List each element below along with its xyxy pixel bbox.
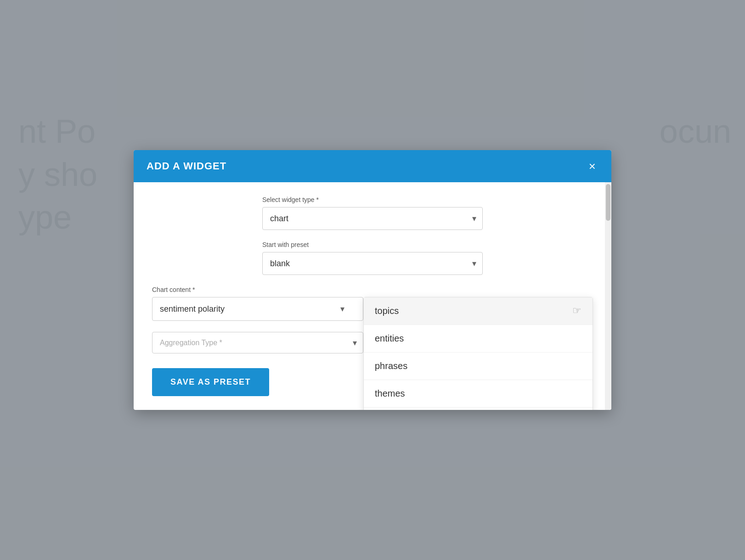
modal: ADD A WIDGET × Select widget type * char… <box>134 150 611 410</box>
widget-type-label: Select widget type * <box>262 196 593 203</box>
dropdown-item-topics[interactable]: topics ☞ <box>364 297 593 325</box>
chart-content-label: Chart content * <box>152 286 593 293</box>
preset-select-wrapper: blank ▾ <box>262 252 483 275</box>
scrollbar-thumb[interactable] <box>606 184 610 221</box>
save-as-preset-button[interactable]: SAVE AS PRESET <box>152 368 269 396</box>
chart-content-select[interactable]: sentiment polarity ▾ <box>152 297 363 321</box>
scrollbar-track[interactable] <box>605 182 611 410</box>
close-button[interactable]: × <box>586 159 598 173</box>
preset-select[interactable]: blank <box>262 252 483 275</box>
aggregation-type-select[interactable]: Aggregation Type * <box>152 332 363 353</box>
chart-content-dropdown: topics ☞ entities phrases themes <box>363 297 593 410</box>
chart-content-select-wrapper: sentiment polarity ▾ <box>152 297 363 321</box>
dropdown-item-phrases[interactable]: phrases <box>364 353 593 380</box>
widget-type-group: Select widget type * chart ▾ <box>262 196 593 230</box>
chart-content-value: sentiment polarity <box>160 304 225 314</box>
preset-group: Start with preset blank ▾ <box>262 241 593 275</box>
modal-overlay: ADD A WIDGET × Select widget type * char… <box>0 0 745 560</box>
dropdown-item-entities[interactable]: entities <box>364 325 593 353</box>
widget-type-select[interactable]: chart <box>262 207 483 230</box>
modal-header: ADD A WIDGET × <box>134 150 611 182</box>
chart-content-section: sentiment polarity ▾ topics ☞ entities <box>152 297 593 321</box>
modal-title: ADD A WIDGET <box>147 160 226 172</box>
preset-label: Start with preset <box>262 241 593 248</box>
dropdown-item-themes[interactable]: themes <box>364 380 593 408</box>
chart-content-group: Chart content * sentiment polarity ▾ top… <box>152 286 593 321</box>
cursor-pointer-icon: ☞ <box>572 305 581 317</box>
widget-type-select-wrapper: chart ▾ <box>262 207 483 230</box>
modal-body: Select widget type * chart ▾ Start with … <box>134 182 611 410</box>
chart-content-chevron-icon: ▾ <box>340 304 344 314</box>
dropdown-item-documents[interactable]: documents <box>364 408 593 410</box>
aggregation-select-wrapper: Aggregation Type * ▾ <box>152 332 363 353</box>
